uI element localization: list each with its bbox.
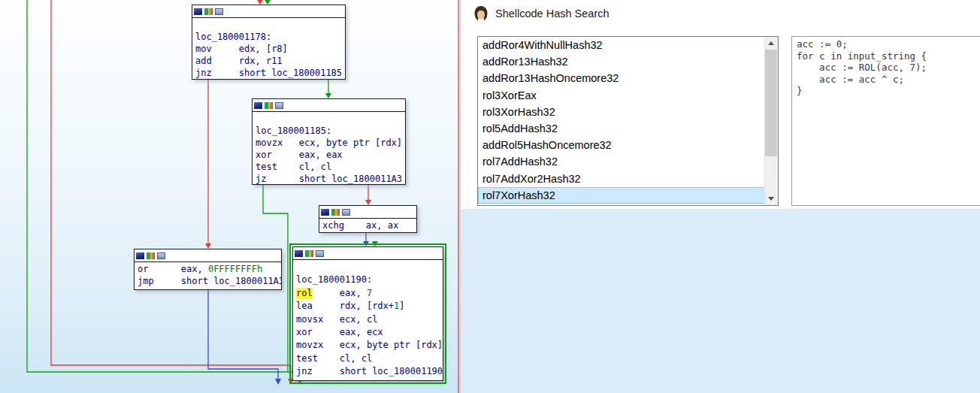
list-scrollbar[interactable] <box>764 37 778 205</box>
block-titlebar <box>293 247 443 260</box>
list-item[interactable]: rol3XorEax <box>478 87 765 104</box>
list-items: addRor4WithNullHash32addRor13Hash32addRo… <box>478 37 765 205</box>
node-frame-icon <box>316 250 324 257</box>
plugin-icon <box>473 5 489 22</box>
basic-block-loc_180001190[interactable]: loc_180001190:rol eax, 7lea rdx, [rdx+1]… <box>292 246 443 381</box>
node-info-icon <box>295 250 303 257</box>
block-code: loc_180001178:mov edx, [r8]add rdx, r11j… <box>192 18 345 80</box>
scrollbar-down-button[interactable] <box>765 192 777 205</box>
node-frame-icon <box>275 102 283 109</box>
block-code: loc_180001185:movzx ecx, byte ptr [rdx]x… <box>253 112 405 185</box>
hash-algorithm-list[interactable]: addRor4WithNullHash32addRor13Hash32addRo… <box>477 36 779 206</box>
list-item[interactable]: rol7AddHash32 <box>478 153 765 170</box>
arrow-into-b3 <box>365 200 371 205</box>
block-code: xchg ax, ax <box>319 219 416 232</box>
arrow-into-b5-loop <box>372 241 378 246</box>
shellcode-hash-search-panel: Shellcode Hash Search addRor4WithNullHas… <box>461 0 980 393</box>
node-graph-icon <box>147 252 155 259</box>
list-item[interactable]: addRol5HashOncemore32 <box>478 137 765 153</box>
list-item[interactable]: rol3XorHash32 <box>478 104 765 120</box>
node-info-icon <box>136 252 144 259</box>
node-graph-icon <box>265 102 273 109</box>
node-info-icon <box>321 209 329 216</box>
list-item[interactable]: addRor13Hash32 <box>478 53 765 70</box>
basic-block-or-jmp[interactable]: or eax, 0FFFFFFFFhjmp short loc_1800011A… <box>134 249 282 290</box>
basic-block-loc_180001178[interactable]: loc_180001178:mov edx, [r8]add rdx, r11j… <box>192 5 346 80</box>
pseudocode-box: acc := 0; for c in input_string { acc :=… <box>791 36 980 206</box>
block-titlebar <box>319 206 416 219</box>
panel-header: Shellcode Hash Search <box>473 4 609 23</box>
basic-block-loc_180001185[interactable]: loc_180001185:movzx ecx, byte ptr [rdx]x… <box>252 98 406 185</box>
list-item[interactable]: addRor13HashOncemore32 <box>478 70 765 86</box>
down-arrow-icon <box>768 197 774 201</box>
scrollbar-thumb[interactable] <box>765 50 777 156</box>
arrow-into-b4 <box>205 243 211 249</box>
block-code: or eax, 0FFFFFFFFhjmp short loc_1800011A… <box>135 262 281 288</box>
panel-title: Shellcode Hash Search <box>495 8 609 20</box>
block-titlebar <box>253 99 405 112</box>
block-code: loc_180001190:rol eax, 7lea rdx, [rdx+1]… <box>293 260 443 379</box>
up-arrow-icon <box>768 41 774 45</box>
arrow-into-b5-blue <box>363 241 369 246</box>
list-item-selected[interactable]: rol7XorHash32 <box>478 187 765 204</box>
arrow-exit-blue <box>275 379 281 385</box>
node-graph-icon <box>204 8 213 15</box>
block-titlebar <box>192 5 345 18</box>
scrollbar-up-button[interactable] <box>765 37 777 50</box>
node-graph-icon <box>331 209 340 216</box>
node-frame-icon <box>342 209 350 216</box>
list-item[interactable]: rol5AddHash32 <box>478 120 765 137</box>
graph-canvas[interactable]: loc_180001178:mov edx, [r8]add rdx, r11j… <box>0 0 460 393</box>
basic-block-xchg[interactable]: xchg ax, ax <box>319 205 417 233</box>
arrow-into-b2 <box>325 93 331 98</box>
list-item[interactable]: rol7AddXor2Hash32 <box>478 171 765 187</box>
node-graph-icon <box>305 250 313 257</box>
node-frame-icon <box>215 8 223 15</box>
block-titlebar <box>135 249 281 262</box>
list-item[interactable]: addRor4WithNullHash32 <box>478 37 765 53</box>
node-info-icon <box>194 8 202 15</box>
node-info-icon <box>254 102 262 109</box>
node-frame-icon <box>157 252 165 259</box>
